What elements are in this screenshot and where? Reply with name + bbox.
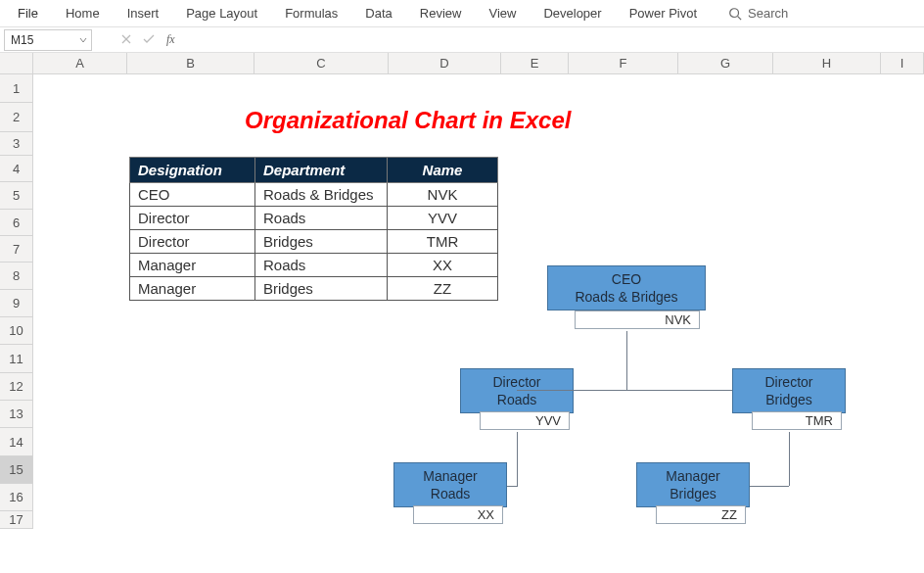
org-node-director-bridges[interactable]: Director Bridges TMR [732, 368, 846, 413]
org-dirR-title: Director [739, 373, 839, 391]
ribbon-tab-home[interactable]: Home [52, 0, 114, 26]
table-cell[interactable]: Manager [130, 277, 255, 301]
table-cell[interactable]: Manager [130, 254, 255, 277]
table-header-designation: Designation [130, 158, 255, 183]
column-header[interactable]: B [127, 53, 254, 74]
column-header[interactable]: H [773, 53, 881, 74]
table-row: DirectorRoadsYVV [130, 207, 498, 230]
row-header[interactable]: 3 [0, 132, 33, 156]
org-dirR-dept: Bridges [739, 391, 839, 408]
column-header[interactable]: G [678, 53, 773, 74]
row-header[interactable]: 8 [0, 263, 33, 290]
table-cell[interactable]: Director [130, 230, 255, 254]
ribbon-tab-data[interactable]: Data [351, 0, 405, 26]
formula-cancel-icon[interactable] [121, 33, 131, 47]
svg-line-1 [738, 16, 742, 20]
row-header[interactable]: 13 [0, 401, 33, 428]
org-mgrL-dept: Roads [400, 485, 500, 502]
table-cell[interactable]: XX [388, 254, 498, 277]
grid-canvas[interactable]: Organizational Chart in Excel Designatio… [33, 74, 924, 573]
column-header[interactable]: I [881, 53, 924, 74]
row-header[interactable]: 10 [0, 317, 33, 345]
table-cell[interactable]: TMR [388, 230, 498, 254]
ribbon-tab-file[interactable]: File [4, 0, 52, 26]
select-all-triangle[interactable] [0, 53, 33, 74]
table-cell[interactable]: Director [130, 207, 255, 230]
table-cell[interactable]: Roads [255, 254, 388, 277]
chevron-down-icon[interactable] [79, 33, 87, 47]
table-header-name: Name [388, 158, 498, 183]
table-cell[interactable]: CEO [130, 183, 255, 207]
row-header[interactable]: 7 [0, 236, 33, 263]
table-header-row: Designation Department Name [130, 158, 498, 183]
row-header[interactable]: 17 [0, 511, 33, 529]
column-header[interactable]: A [33, 53, 127, 74]
row-header[interactable]: 9 [0, 290, 33, 317]
table-row: ManagerRoadsXX [130, 254, 498, 277]
org-connector [517, 432, 518, 486]
org-ceo-name: NVK [575, 310, 700, 329]
org-dirL-name: YVV [480, 411, 570, 430]
org-node-manager-roads[interactable]: Manager Roads XX [393, 462, 507, 507]
row-headers: 1234567891011121314151617 [0, 74, 33, 529]
org-mgrR-title: Manager [643, 467, 743, 485]
row-header[interactable]: 11 [0, 345, 33, 373]
table-cell[interactable]: NVK [388, 183, 498, 207]
org-ceo-title: CEO [554, 270, 699, 288]
org-dirR-name: TMR [752, 411, 842, 430]
table-cell[interactable]: Bridges [255, 277, 388, 301]
org-connector [517, 390, 732, 391]
formula-enter-icon[interactable] [143, 33, 155, 47]
table-cell[interactable]: ZZ [388, 277, 498, 301]
ribbon-tab-review[interactable]: Review [406, 0, 476, 26]
column-header[interactable]: E [501, 53, 569, 74]
org-connector [626, 331, 627, 390]
row-header[interactable]: 1 [0, 74, 33, 103]
row-header[interactable]: 2 [0, 103, 33, 132]
org-connector [507, 486, 518, 487]
table-row: DirectorBridgesTMR [130, 230, 498, 254]
column-header[interactable]: D [389, 53, 501, 74]
row-header[interactable]: 14 [0, 428, 33, 456]
worksheet[interactable]: ABCDEFGHI 1234567891011121314151617 Orga… [0, 53, 924, 573]
row-header[interactable]: 6 [0, 210, 33, 236]
ribbon-search-label: Search [748, 6, 788, 21]
ribbon-tab-developer[interactable]: Developer [530, 0, 615, 26]
table-cell[interactable]: Roads [255, 207, 388, 230]
fx-label[interactable]: fx [166, 32, 175, 47]
formula-bar-controls: fx [121, 32, 175, 47]
org-mgrL-name: XX [413, 505, 503, 524]
ribbon-tab-page-layout[interactable]: Page Layout [172, 0, 271, 26]
ribbon-tab-insert[interactable]: Insert [114, 0, 173, 26]
column-header[interactable]: F [569, 53, 678, 74]
ribbon-tab-formulas[interactable]: Formulas [271, 0, 351, 26]
table-row: ManagerBridgesZZ [130, 277, 498, 301]
column-headers: ABCDEFGHI [33, 53, 924, 74]
ribbon-search[interactable]: Search [728, 6, 788, 21]
formula-bar-row: M15 fx [0, 27, 924, 53]
svg-point-0 [730, 8, 739, 17]
table-cell[interactable]: Roads & Bridges [255, 183, 388, 207]
column-header[interactable]: C [254, 53, 389, 74]
org-dirL-title: Director [467, 373, 567, 391]
name-box[interactable]: M15 [4, 29, 92, 51]
org-node-manager-bridges[interactable]: Manager Bridges ZZ [636, 462, 750, 507]
ribbon-tab-power-pivot[interactable]: Power Pivot [616, 0, 711, 26]
org-mgrR-dept: Bridges [643, 485, 743, 502]
ribbon-tab-view[interactable]: View [475, 0, 530, 26]
row-header[interactable]: 16 [0, 484, 33, 511]
org-dirL-dept: Roads [467, 391, 567, 408]
row-header[interactable]: 15 [0, 456, 33, 484]
org-node-director-roads[interactable]: Director Roads YVV [460, 368, 574, 413]
page-title: Organizational Chart in Excel [245, 107, 571, 134]
name-box-value: M15 [11, 33, 33, 47]
row-header[interactable]: 4 [0, 156, 33, 182]
row-header[interactable]: 12 [0, 373, 33, 401]
table-cell[interactable]: YVV [388, 207, 498, 230]
row-header[interactable]: 5 [0, 182, 33, 210]
search-icon [728, 7, 742, 21]
table-cell[interactable]: Bridges [255, 230, 388, 254]
org-mgrL-title: Manager [400, 467, 500, 485]
org-node-ceo[interactable]: CEO Roads & Bridges NVK [547, 265, 706, 310]
table-header-department: Department [255, 158, 388, 183]
